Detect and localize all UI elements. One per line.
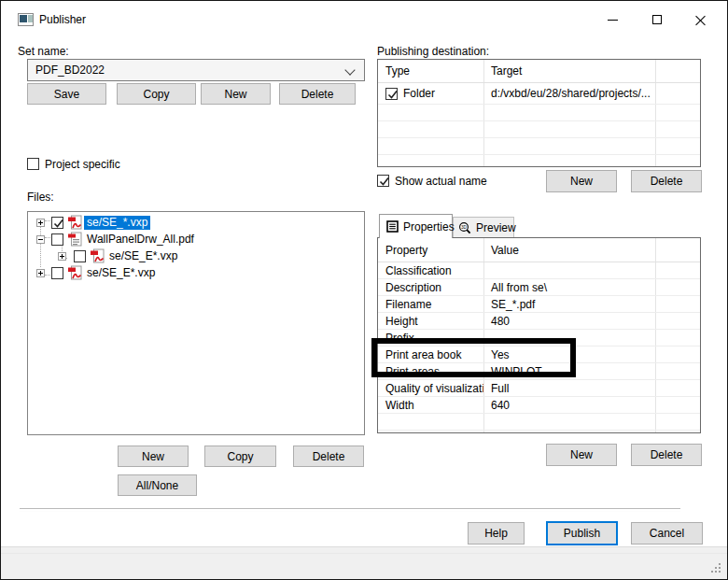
item-checkbox[interactable] xyxy=(51,233,63,246)
new-set-button[interactable]: New xyxy=(201,83,271,105)
tab-properties-label: Properties xyxy=(403,220,455,233)
tree-item-label[interactable]: se/SE_E*.vxp xyxy=(106,249,180,263)
set-name-label: Set name: xyxy=(18,45,69,58)
tab-preview[interactable]: 3D Preview xyxy=(453,217,514,238)
all-none-button[interactable]: All/None xyxy=(118,474,197,496)
tab-properties[interactable]: Properties xyxy=(379,214,453,238)
help-button[interactable]: Help xyxy=(468,522,525,545)
close-icon xyxy=(694,14,706,25)
item-checkbox[interactable] xyxy=(51,217,63,229)
destination-empty-row xyxy=(378,121,700,138)
footer-separator xyxy=(20,508,680,512)
files-delete-button[interactable]: Delete xyxy=(293,446,364,467)
property-value[interactable]: 640 xyxy=(484,397,656,413)
statusbar xyxy=(1,546,727,580)
pdf-file-icon xyxy=(90,248,105,264)
chevron-down-icon xyxy=(344,64,355,75)
property-name: Height xyxy=(378,313,484,329)
expand-toggle-icon[interactable] xyxy=(36,219,45,227)
properties-new-button[interactable]: New xyxy=(546,444,617,466)
property-value[interactable]: Full xyxy=(484,380,656,396)
pdf-file-icon xyxy=(67,265,83,281)
tree-item[interactable]: se/SE_E*.vxp xyxy=(28,248,364,265)
tree-item-label[interactable]: WallPanelDrw_All.pdf xyxy=(84,233,197,247)
destination-row-folder[interactable]: Folder d:/vxbd/eu/28/shared/projects/... xyxy=(378,83,700,105)
publisher-dialog: Publisher Set name: PDF_BD2022 Save Copy… xyxy=(0,0,728,580)
property-row[interactable]: DescriptionAll from se\ xyxy=(378,279,700,296)
project-specific-checkbox[interactable] xyxy=(27,158,39,170)
app-icon xyxy=(18,13,34,26)
properties-header: Property Value xyxy=(378,238,700,262)
window-title: Publisher xyxy=(39,13,86,26)
properties-table[interactable]: Property Value Classification Descriptio… xyxy=(377,237,701,433)
cancel-button[interactable]: Cancel xyxy=(631,522,703,545)
property-name: Width xyxy=(378,397,484,413)
property-row[interactable]: FilenameSE_*.pdf xyxy=(378,296,700,313)
destination-table[interactable]: Type Target Folder d:/vxbd/eu/28/shared/… xyxy=(377,59,701,167)
property-value[interactable]: SE_*.pdf xyxy=(484,296,656,312)
destination-new-button[interactable]: New xyxy=(546,170,617,192)
publish-button[interactable]: Publish xyxy=(546,521,618,545)
property-value[interactable] xyxy=(484,262,656,278)
property-name: Description xyxy=(378,279,484,295)
maximize-icon xyxy=(652,15,662,24)
expand-toggle-icon[interactable] xyxy=(58,252,66,261)
tree-item-label[interactable]: se/SE_E*.vxp xyxy=(84,266,158,280)
pdf-file-icon xyxy=(67,215,83,231)
show-actual-name-checkbox[interactable] xyxy=(377,175,389,187)
property-name: Quality of visualization xyxy=(378,380,484,396)
properties-delete-button[interactable]: Delete xyxy=(631,444,702,466)
property-row[interactable]: Width640 xyxy=(378,397,700,414)
publishing-destination-label: Publishing destination: xyxy=(377,45,489,58)
set-name-value: PDF_BD2022 xyxy=(28,64,105,77)
delete-set-button[interactable]: Delete xyxy=(279,83,356,105)
destination-delete-button[interactable]: Delete xyxy=(631,170,702,192)
collapse-toggle-icon[interactable] xyxy=(36,235,45,244)
property-name: Classification xyxy=(378,262,484,278)
titlebar: Publisher xyxy=(1,1,727,38)
destination-empty-row xyxy=(378,155,700,167)
maximize-button[interactable] xyxy=(643,10,671,29)
destination-header: Type Target xyxy=(378,60,700,83)
property-row[interactable]: Quality of visualizationFull xyxy=(378,380,700,397)
check-icon xyxy=(377,175,391,189)
property-value[interactable]: 480 xyxy=(484,313,656,329)
files-tree[interactable]: se/SE_*.vxp WallPanelDrw_All.pdf se/SE_E… xyxy=(27,211,365,435)
check-icon xyxy=(385,88,399,102)
project-specific-label: Project specific xyxy=(45,158,120,171)
tree-item[interactable]: WallPanelDrw_All.pdf xyxy=(28,232,364,248)
destination-header-type: Type xyxy=(378,60,484,82)
copy-set-button[interactable]: Copy xyxy=(117,83,196,105)
folder-target-value: d:/vxbd/eu/28/shared/projects/... xyxy=(484,83,656,104)
save-button[interactable]: Save xyxy=(27,83,106,105)
files-new-button[interactable]: New xyxy=(118,446,189,467)
show-actual-name-label: Show actual name xyxy=(395,175,487,188)
property-empty-row xyxy=(378,414,700,431)
resize-grip[interactable] xyxy=(719,571,721,573)
expand-toggle-icon[interactable] xyxy=(36,269,45,277)
tree-item[interactable]: se/SE_E*.vxp xyxy=(28,265,364,282)
minimize-button[interactable] xyxy=(598,10,626,29)
property-row[interactable]: Classification xyxy=(378,262,700,279)
destination-empty-row xyxy=(378,138,700,155)
svg-text:3D: 3D xyxy=(461,225,468,230)
set-name-combobox[interactable]: PDF_BD2022 xyxy=(27,59,365,81)
properties-header-property: Property xyxy=(378,238,484,262)
highlight-annotation xyxy=(371,338,576,377)
folder-checkbox[interactable] xyxy=(385,88,398,100)
property-name: Filename xyxy=(378,296,484,312)
property-row[interactable]: Height480 xyxy=(378,313,700,330)
property-value[interactable]: All from se\ xyxy=(484,279,656,295)
minimize-icon xyxy=(608,20,618,21)
tree-item[interactable]: se/SE_*.vxp xyxy=(28,215,364,232)
property-empty-row xyxy=(378,431,700,433)
tree-item-label[interactable]: se/SE_*.vxp xyxy=(84,216,150,230)
close-button[interactable] xyxy=(686,10,714,29)
files-label: Files: xyxy=(27,191,54,204)
item-checkbox[interactable] xyxy=(74,250,86,262)
files-copy-button[interactable]: Copy xyxy=(204,446,276,467)
statusbar-line xyxy=(1,553,727,554)
magnifier-3d-icon: 3D xyxy=(458,221,471,234)
item-checkbox[interactable] xyxy=(51,267,63,279)
document-list-icon xyxy=(67,232,83,248)
